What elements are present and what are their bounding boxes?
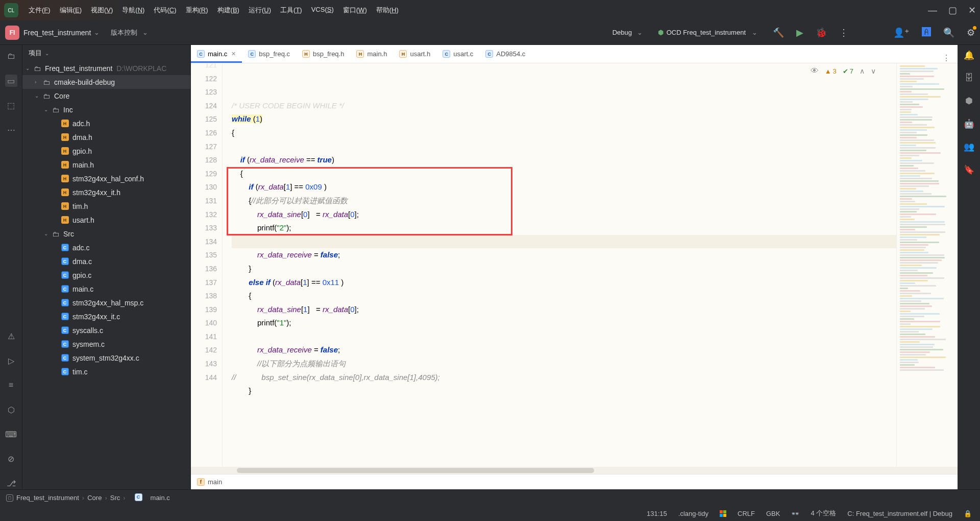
tree-row[interactable]: Hstm32g4xx_it.h — [22, 185, 190, 199]
code-editor[interactable]: 👁 ▲ 3 ✔ 7 ∧ ∨ 12112212312412512612712812… — [191, 63, 958, 467]
code-line[interactable]: /* USER CODE BEGIN WHILE */ — [232, 99, 896, 113]
encoding[interactable]: GBK — [766, 510, 780, 517]
tree-row[interactable]: ⌄🗀Freq_test_instrumentD:\WORKPLAC — [22, 61, 190, 75]
structure-icon[interactable]: ⬚ — [5, 99, 17, 111]
debug-icon[interactable]: 🐞 — [816, 27, 827, 38]
cube-icon[interactable]: ⬢ — [965, 96, 973, 106]
run-config-selector[interactable]: Debug ⌄ — [612, 29, 646, 36]
code-line[interactable] — [232, 398, 896, 412]
tree-row[interactable]: Csyscalls.c — [22, 323, 190, 337]
tree-row[interactable]: Hmain.h — [22, 158, 190, 172]
git-icon[interactable]: ⎇ — [5, 477, 17, 489]
menu-item[interactable]: 视图(V) — [91, 6, 113, 15]
ocd-config[interactable]: ⬢ OCD Freq_test_instrument ⌄ — [658, 29, 761, 36]
bookmark-icon[interactable]: 🔖 — [964, 164, 974, 175]
editor-tab[interactable]: Hbsp_freq.h — [296, 46, 350, 63]
code-line[interactable] — [232, 330, 896, 344]
maximize-icon[interactable]: ▢ — [948, 5, 957, 16]
more-icon[interactable]: ⋯ — [5, 124, 17, 136]
code-line[interactable]: printf("1"); — [232, 316, 896, 330]
menu-item[interactable]: VCS(S) — [311, 6, 334, 15]
code-line[interactable]: rx_data_receive = false; — [232, 248, 896, 262]
menu-item[interactable]: 文件(F) — [29, 6, 51, 15]
tree-row[interactable]: Htim.h — [22, 199, 190, 213]
play-outline-icon[interactable]: ▷ — [5, 354, 17, 367]
code-line[interactable]: rx_data_sine[0] = rx_data[0]; — [232, 208, 896, 222]
close-icon[interactable]: ✕ — [968, 5, 976, 16]
menu-item[interactable]: 构建(B) — [217, 6, 239, 15]
next-highlight-icon[interactable]: ∨ — [871, 67, 876, 75]
menu-item[interactable]: 代码(C) — [154, 6, 176, 15]
prev-highlight-icon[interactable]: ∧ — [860, 67, 865, 75]
more-icon[interactable]: ⋮ — [839, 27, 848, 38]
tree-row[interactable]: ⌄🗀Core — [22, 89, 190, 103]
windows-icon[interactable] — [720, 510, 726, 517]
line-ending[interactable]: CRLF — [738, 510, 755, 517]
tree-row[interactable]: Cstm32g4xx_hal_msp.c — [22, 296, 190, 310]
tree-row[interactable]: Hgpio.h — [22, 144, 190, 158]
notifications-icon[interactable]: 🔔 — [964, 50, 974, 61]
code-line[interactable]: rx_data_sine[1] = rx_data[0]; — [232, 303, 896, 317]
tab-menu-icon[interactable]: ⋮ — [942, 53, 950, 63]
navigation-breadcrumb[interactable]: □ Freq_test_instrument› Core› Src› Cmain… — [0, 489, 980, 506]
build-target[interactable]: C: Freq_test_instrument.elf | Debug — [847, 510, 952, 517]
menu-item[interactable]: 重构(R) — [186, 6, 208, 15]
code-line[interactable]: else if (rx_data[1] == 0x11 ) — [232, 276, 896, 290]
editor-tab[interactable]: CAD9854.c — [479, 46, 531, 63]
editor-tab[interactable]: Cusart.c — [436, 46, 479, 63]
indent-status[interactable]: 4 个空格 — [811, 509, 836, 518]
code-body[interactable]: /* USER CODE BEGIN WHILE */while (1){ if… — [223, 63, 896, 467]
lock-icon[interactable]: 🔒 — [964, 510, 972, 517]
menu-item[interactable]: 工具(T) — [280, 6, 302, 15]
code-line[interactable]: while (1) — [232, 112, 896, 126]
code-line[interactable]: if (rx_data[1] == 0x09 ) — [232, 180, 896, 194]
profile-icon[interactable]: 👥 — [964, 141, 974, 152]
code-line[interactable]: //以下部分为点频输出语句 — [232, 357, 896, 371]
tree-row[interactable]: Cdma.c — [22, 254, 190, 268]
tree-row[interactable]: Hdma.h — [22, 130, 190, 144]
code-line[interactable]: { — [232, 167, 896, 181]
tree-row[interactable]: ⌄🗀Inc — [22, 103, 190, 116]
chevron-down-icon[interactable]: ⌄ — [94, 29, 100, 36]
code-line[interactable]: {//此部分可以封装进赋值函数 — [232, 194, 896, 208]
tree-row[interactable]: ⌄🗀Src — [22, 227, 190, 241]
editor-tab[interactable]: Hmain.h — [350, 46, 393, 63]
code-line[interactable]: } — [232, 262, 896, 276]
code-line[interactable]: if (rx_data_receive == true) — [232, 153, 896, 167]
code-line[interactable]: printf("2"); — [232, 221, 896, 235]
warnings-icon[interactable]: ⚠ — [5, 330, 17, 342]
problems-icon[interactable]: ⊘ — [5, 453, 17, 465]
code-line[interactable]: } — [232, 384, 896, 398]
cursor-position[interactable]: 131:15 — [647, 510, 667, 517]
folder-tree-icon[interactable]: 🗀 — [5, 50, 17, 62]
tree-row[interactable]: Hstm32g4xx_hal_conf.h — [22, 172, 190, 185]
tree-row[interactable]: Csystem_stm32g4xx.c — [22, 351, 190, 365]
tree-row[interactable]: Ctim.c — [22, 365, 190, 378]
copilot-icon[interactable]: 🤖 — [964, 119, 974, 129]
menu-item[interactable]: 窗口(W) — [343, 6, 367, 15]
clang-tidy-status[interactable]: .clang-tidy — [678, 510, 708, 517]
menu-item[interactable]: 运行(U) — [249, 6, 271, 15]
version-control-button[interactable]: 版本控制 ⌄ — [111, 28, 151, 37]
project-icon[interactable]: ▭ — [5, 75, 17, 87]
list-icon[interactable]: ≡ — [5, 379, 17, 391]
code-line[interactable] — [232, 140, 896, 154]
terminal-icon[interactable]: ⌨ — [5, 428, 17, 440]
database-icon[interactable]: 🗄 — [965, 73, 973, 83]
code-line[interactable] — [232, 235, 896, 249]
editor-breadcrumb[interactable]: f main — [191, 474, 958, 489]
code-line[interactable]: rx_data_receive = false; — [232, 343, 896, 357]
tree-row[interactable]: Cstm32g4xx_it.c — [22, 310, 190, 323]
run-icon[interactable]: ▶ — [796, 27, 803, 38]
code-line[interactable] — [232, 411, 896, 425]
search-icon[interactable]: 🔍 — [943, 27, 954, 38]
menu-item[interactable]: 导航(N) — [122, 6, 144, 15]
tree-row[interactable]: ›🗀cmake-build-debug — [22, 75, 190, 89]
add-user-icon[interactable]: 👤⁺ — [893, 27, 910, 38]
code-line[interactable]: // bsp_set_sine(rx_data_sine[0],rx_data_… — [232, 371, 896, 385]
project-tree[interactable]: ⌄🗀Freq_test_instrumentD:\WORKPLAC›🗀cmake… — [22, 61, 190, 489]
hex-icon[interactable]: ⬡ — [5, 404, 17, 416]
translate-icon[interactable]: 🅰 — [922, 27, 931, 38]
horizontal-scrollbar[interactable] — [191, 467, 958, 474]
hammer-icon[interactable]: 🔨 — [773, 27, 784, 38]
